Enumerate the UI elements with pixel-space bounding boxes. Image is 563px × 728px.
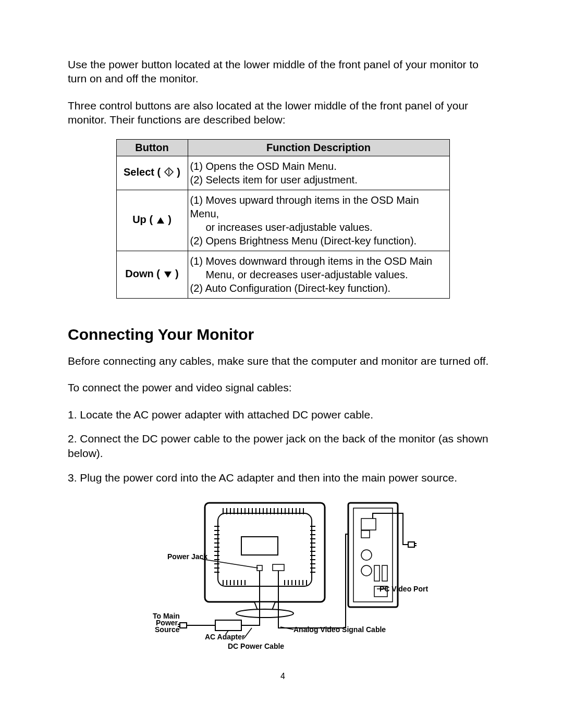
steps-list: 1. Locate the AC power adapter with atta… (68, 408, 498, 485)
svg-rect-53 (241, 537, 278, 555)
step-1: 1. Locate the AC power adapter with atta… (68, 408, 498, 422)
svg-line-76 (244, 628, 252, 638)
button-function-table: Button Function Description Select ( ) (… (116, 139, 450, 299)
table-header-description: Function Description (188, 140, 449, 156)
svg-rect-73 (180, 623, 187, 628)
down-triangle-icon (163, 269, 173, 281)
svg-point-83 (361, 550, 372, 560)
label-dc-cable: DC Power Cable (228, 642, 284, 650)
svg-rect-81 (361, 519, 376, 530)
button-cell-select: Select ( ) (116, 156, 188, 190)
connect-paragraph-1: Before connecting any cables, make sure … (68, 354, 498, 368)
svg-rect-55 (273, 564, 284, 571)
svg-point-70 (236, 609, 293, 618)
up-triangle-icon (156, 215, 165, 227)
desc-cell-up: (1) Moves upward through items in the OS… (188, 190, 449, 251)
table-row: Down ( ) (1) Moves downward through item… (116, 251, 449, 299)
table-row: Select ( ) (1) Opens the OSD Main Menu. … (116, 156, 449, 190)
table-row: Up ( ) (1) Moves upward through items in… (116, 190, 449, 251)
connect-paragraph-2: To connect the power and video signal ca… (68, 380, 498, 394)
button-cell-down: Down ( ) (116, 251, 188, 299)
label-ac-adapter: AC Adapter (205, 633, 245, 641)
label-power-jack: Power Jack (167, 552, 207, 561)
intro-paragraph-2: Three control buttons are also located a… (68, 98, 498, 127)
connection-diagram: Power Jack To Main Power Source AC Adapt… (68, 498, 498, 656)
svg-marker-2 (157, 217, 164, 224)
svg-rect-82 (361, 530, 370, 538)
page-number: 4 (68, 672, 498, 681)
svg-rect-85 (374, 565, 380, 581)
label-to-main-3: Source (155, 625, 180, 634)
svg-rect-88 (408, 542, 414, 547)
label-analog-cable: Analog Video Signal Cable (293, 625, 386, 634)
desc-cell-down: (1) Moves downward through items in the … (188, 251, 449, 299)
step-2: 2. Connect the DC power cable to the pow… (68, 431, 498, 461)
select-icon (164, 167, 174, 180)
intro-paragraph-1: Use the power button located at the lowe… (68, 57, 498, 86)
svg-rect-86 (382, 565, 387, 581)
section-heading-connecting: Connecting Your Monitor (68, 326, 498, 343)
table-header-button: Button (116, 140, 188, 156)
document-page: Use the power button located at the lowe… (0, 0, 563, 712)
svg-point-84 (361, 565, 372, 576)
svg-rect-72 (215, 620, 241, 631)
desc-cell-select: (1) Opens the OSD Main Menu. (2) Selects… (188, 156, 449, 190)
step-3: 3. Plug the power cord into the AC adapt… (68, 471, 498, 485)
svg-marker-3 (164, 272, 172, 278)
label-pc-video-port: PC Video Port (380, 585, 428, 593)
button-cell-up: Up ( ) (116, 190, 188, 251)
